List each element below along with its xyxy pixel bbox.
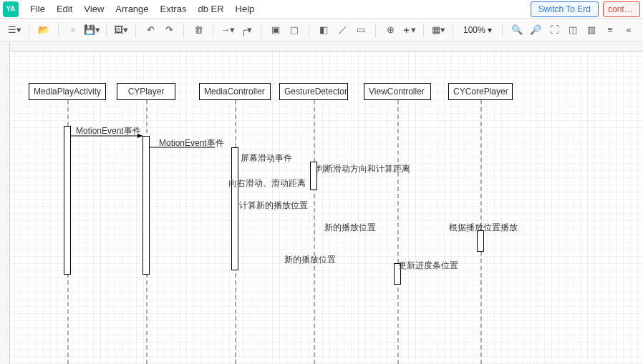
undo-icon[interactable]: ↶ bbox=[142, 21, 159, 39]
message-label[interactable]: 根据播放位置播放 bbox=[449, 222, 518, 234]
toolbar: ☰▾ 📂 ▫ 💾▾ 🖼▾ ↶ ↷ 🗑 →▾ ┌▾ ▣ ▢ ◧ ／ ▭ ⊕ ＋▾ … bbox=[0, 19, 643, 41]
activation-bar[interactable] bbox=[142, 136, 150, 275]
actor-box[interactable]: MediaController bbox=[199, 83, 271, 100]
table-icon[interactable]: ▦▾ bbox=[430, 21, 447, 39]
layers-icon[interactable]: ≡ bbox=[601, 21, 619, 39]
message-label[interactable]: 判断滑动方向和计算距离 bbox=[316, 163, 410, 175]
menu-file[interactable]: File bbox=[24, 1, 51, 16]
menu-extras[interactable]: Extras bbox=[155, 1, 193, 16]
actor-box[interactable]: CYCorePlayer bbox=[448, 83, 513, 100]
message-label[interactable]: 向右滑动、滑动距离 bbox=[228, 177, 306, 190]
redo-icon[interactable]: ↷ bbox=[160, 21, 178, 39]
open-icon[interactable]: 📂 bbox=[35, 21, 52, 39]
shadow-icon[interactable]: ▭ bbox=[352, 21, 369, 39]
menu-help[interactable]: Help bbox=[230, 1, 261, 16]
switch-to-erd-button[interactable]: Switch To Erd bbox=[531, 1, 599, 17]
fullscreen-icon[interactable]: ⛶ bbox=[546, 21, 563, 39]
sidebar-toggle-icon[interactable]: ☰▾ bbox=[6, 21, 23, 39]
vertical-ruler bbox=[0, 41, 10, 364]
tofront-icon[interactable]: ▣ bbox=[267, 21, 284, 39]
line-icon[interactable]: ／ bbox=[334, 21, 351, 39]
actor-box[interactable]: GestureDetector bbox=[279, 83, 348, 100]
message-label[interactable]: MotionEvent事件 bbox=[76, 125, 141, 137]
image-icon[interactable]: 🖼▾ bbox=[112, 21, 130, 39]
message-label[interactable]: 计算新的播放位置 bbox=[239, 200, 308, 212]
menu-view[interactable]: View bbox=[78, 1, 110, 16]
save-icon[interactable]: 💾▾ bbox=[83, 21, 100, 39]
actor-box[interactable]: ViewController bbox=[364, 83, 431, 100]
message-label[interactable]: 新的播放位置 bbox=[284, 254, 336, 266]
collapse-icon[interactable]: « bbox=[620, 21, 637, 39]
new-page-icon[interactable]: ▫ bbox=[64, 21, 82, 39]
app-logo: YA bbox=[3, 1, 19, 17]
menu-arrange[interactable]: Arrange bbox=[110, 1, 154, 16]
format-panel-icon[interactable]: ◫ bbox=[564, 21, 581, 39]
lifeline bbox=[314, 100, 315, 364]
message-label[interactable]: 新的播放位置 bbox=[324, 222, 376, 234]
activation-bar[interactable] bbox=[64, 126, 71, 275]
zoom-out-icon[interactable]: 🔎 bbox=[527, 21, 544, 39]
zoom-in-icon[interactable]: 🔍 bbox=[508, 21, 526, 39]
activation-bar[interactable] bbox=[231, 147, 238, 270]
canvas[interactable]: MediaPlayActivity CYPlayer MediaControll… bbox=[0, 41, 643, 364]
actor-box[interactable]: CYPlayer bbox=[117, 83, 175, 100]
menu-edit[interactable]: Edit bbox=[51, 1, 78, 16]
connection-icon[interactable]: ⊕ bbox=[382, 21, 399, 39]
message-label[interactable]: MotionEvent事件 bbox=[159, 137, 224, 149]
arrow-style-icon[interactable]: →▾ bbox=[219, 21, 236, 39]
menubar: YA File Edit View Arrange Extras db ER H… bbox=[0, 0, 643, 19]
zoom-level[interactable]: 100% ▾ bbox=[459, 25, 496, 35]
message-label[interactable]: 屏幕滑动事件 bbox=[241, 152, 292, 164]
add-icon[interactable]: ＋▾ bbox=[400, 21, 417, 39]
waypoint-icon[interactable]: ┌▾ bbox=[238, 21, 255, 39]
actor-box[interactable]: MediaPlayActivity bbox=[29, 83, 106, 100]
lifeline bbox=[397, 100, 399, 364]
outline-panel-icon[interactable]: ▥ bbox=[583, 21, 600, 39]
sequence-diagram: MediaPlayActivity CYPlayer MediaControll… bbox=[0, 41, 643, 364]
toback-icon[interactable]: ▢ bbox=[286, 21, 303, 39]
fill-icon[interactable]: ◧ bbox=[315, 21, 332, 39]
menu-db-er[interactable]: db ER bbox=[192, 1, 229, 16]
contact-button[interactable]: conta… bbox=[603, 1, 640, 17]
message-label[interactable]: 更新进度条位置 bbox=[398, 260, 458, 272]
horizontal-ruler bbox=[0, 41, 643, 51]
delete-icon[interactable]: 🗑 bbox=[190, 21, 207, 39]
